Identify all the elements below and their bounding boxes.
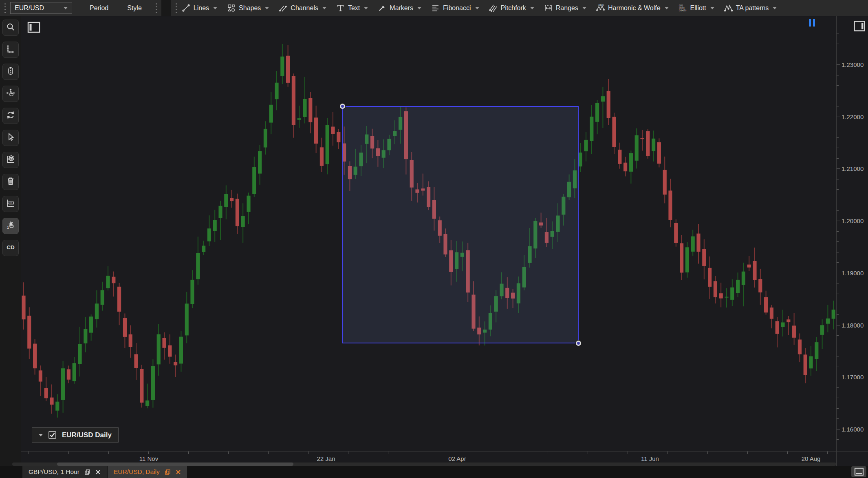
drag-grip-icon[interactable] (151, 3, 161, 13)
panel-left-icon (27, 21, 41, 33)
selection-annotation[interactable] (342, 106, 579, 343)
harmonic-icon: ABCD (596, 3, 605, 13)
price-axis-tick (837, 200, 839, 200)
mouse-wheel-icon (6, 66, 15, 77)
menu-style[interactable]: Style (118, 0, 151, 16)
sidebar-delete-annotation-tool[interactable] (2, 174, 19, 190)
price-axis-tick (837, 117, 840, 117)
sidebar-custom-drawing-tool[interactable]: CD (2, 240, 19, 256)
tool-elliott[interactable]: (i)(ii)(iii)(iv)(v)(a)(b)Elliott (678, 3, 714, 13)
chevron-down-icon[interactable] (417, 7, 421, 9)
chart-tab-eur-usd-daily-active[interactable]: EUR/USD, Daily (108, 466, 187, 478)
chevron-down-icon[interactable] (773, 7, 777, 9)
tool-markers[interactable]: Markers (377, 3, 421, 13)
price-axis-tick (837, 252, 839, 252)
drag-grip-icon[interactable] (171, 3, 181, 13)
drawing-toolbar-group: LinesShapesChannelsTextMarkersFibonacciP… (171, 0, 868, 16)
tool-channels[interactable]: Channels (278, 3, 326, 13)
chevron-down-icon[interactable] (213, 7, 217, 9)
tool-pitchfork[interactable]: Pitchfork (489, 3, 534, 13)
text-icon (336, 3, 345, 13)
popup-window-icon[interactable] (165, 469, 171, 475)
date-axis-tick (548, 451, 548, 454)
chevron-down-icon[interactable] (710, 7, 714, 9)
selection-handle-bottom-right[interactable] (576, 341, 581, 346)
price-axis-label: 1.23000 (842, 61, 864, 68)
series-visibility-checkbox[interactable] (48, 431, 56, 439)
sidebar-pan-tool[interactable] (2, 86, 19, 102)
chevron-down-icon[interactable] (530, 7, 534, 9)
top-toolbar: EUR/USD Period Style LinesShapesChannels… (0, 0, 868, 16)
magnifier-icon (6, 22, 15, 33)
tool-fibonacci[interactable]: Fibonacci (431, 3, 479, 13)
chevron-down-icon[interactable] (364, 7, 368, 9)
date-axis-tick (308, 451, 308, 454)
date-axis-tick (388, 451, 388, 454)
popup-window-icon[interactable] (84, 469, 90, 475)
date-axis-tick (228, 451, 229, 454)
tool-label: Channels (291, 4, 318, 12)
price-axis[interactable]: 1.230001.220001.210001.200001.190001.180… (836, 16, 868, 466)
price-axis-tick (837, 179, 839, 179)
sidebar-zoom-tool[interactable] (2, 20, 19, 36)
tool-text[interactable]: Text (336, 3, 368, 13)
sidebar-one-click-tool[interactable]: 1 (2, 218, 19, 234)
close-icon[interactable] (176, 469, 181, 475)
sidebar-reset-zoom-tool[interactable] (2, 108, 19, 124)
price-axis-tick (837, 262, 839, 263)
price-axis-tick (837, 356, 839, 356)
sidebar-tooltip-tool[interactable]: v x (2, 196, 19, 212)
chevron-down-icon[interactable] (322, 7, 326, 9)
date-axis-tick (188, 451, 189, 454)
sidebar-cursor-tool[interactable] (2, 130, 19, 146)
pan-hand-icon (6, 88, 15, 100)
date-axis-tick (628, 451, 628, 454)
tool-ranges[interactable]: Ranges (544, 3, 586, 13)
sidebar-mouse-wheel-tool[interactable] (2, 64, 19, 80)
pause-icon[interactable] (809, 19, 815, 27)
date-axis-tick (668, 451, 668, 454)
chevron-down-icon[interactable] (665, 7, 669, 9)
date-axis-tick (29, 451, 29, 454)
date-axis-tick (468, 451, 468, 454)
sidebar-series-selection-tool[interactable] (2, 152, 19, 168)
symbol-selector[interactable]: EUR/USD (10, 2, 72, 14)
price-axis-tick (837, 387, 839, 388)
horizontal-scrollbar[interactable] (12, 463, 836, 466)
svg-text:v x: v x (10, 202, 13, 204)
svg-text:ABCD: ABCD (598, 4, 604, 6)
date-axis-tick (747, 451, 748, 454)
price-axis-tick (837, 33, 839, 33)
tool-label: Fibonacci (443, 4, 471, 12)
tool-label: Lines (194, 4, 209, 12)
svg-text:(v)(a)(b): (v)(a)(b) (679, 9, 686, 11)
panel-bottom-toggle[interactable] (851, 466, 866, 477)
menu-period[interactable]: Period (80, 0, 118, 16)
chevron-down-icon[interactable] (582, 7, 586, 9)
price-axis-label: 1.18000 (842, 322, 864, 329)
tool-label: Pitchfork (501, 4, 526, 12)
price-axis-tick (837, 221, 840, 221)
tool-harmonic-wolfe[interactable]: ABCDHarmonic & Wolfe (596, 3, 669, 13)
scrollbar-thumb[interactable] (57, 463, 293, 466)
price-axis-tick (837, 23, 839, 23)
selection-handle-top-left[interactable] (340, 104, 345, 109)
panel-left-toggle[interactable] (27, 21, 41, 35)
chevron-down-icon[interactable] (265, 7, 269, 9)
chevron-down-icon[interactable] (475, 7, 479, 9)
price-axis-tick (837, 44, 839, 44)
tool-label: Text (348, 4, 360, 12)
tab-label: GBP/USD, 1 Hour (29, 468, 79, 476)
price-axis-tick (837, 189, 839, 190)
tool-lines[interactable]: Lines (181, 3, 217, 13)
tool-shapes[interactable]: Shapes (227, 3, 269, 13)
drag-grip-icon[interactable] (0, 3, 10, 13)
date-axis-label: 02 Apr (448, 455, 466, 462)
legend-expand-chevron-icon[interactable] (39, 434, 43, 436)
close-icon[interactable] (95, 469, 101, 475)
date-axis-tick (428, 451, 428, 454)
chart-tab-gbp-usd-1-hour[interactable]: GBP/USD, 1 Hour (22, 466, 107, 478)
sidebar-zoom-extents-tool[interactable] (2, 42, 19, 58)
svg-text:1: 1 (7, 226, 9, 230)
tool-ta-patterns[interactable]: TA patterns (724, 3, 777, 13)
